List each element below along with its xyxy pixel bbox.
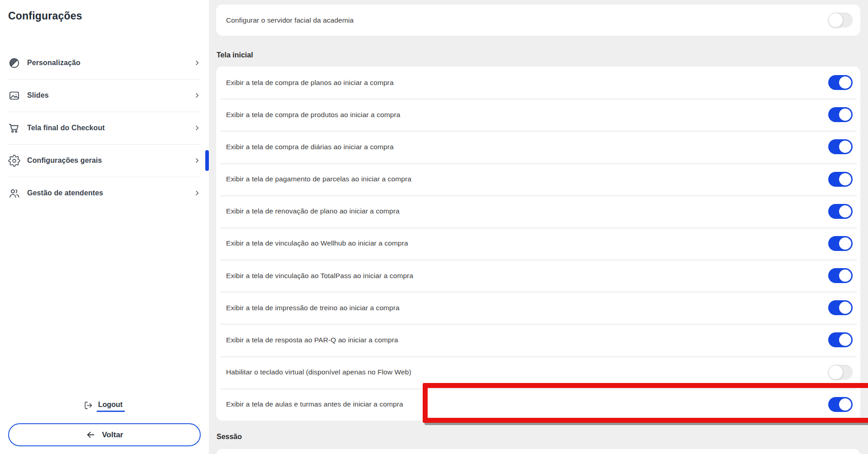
setting-row-exibir-a-tela-de-compra-de-produtos-ao-iniciar-a-compra: Exibir a tela de compra de produtos ao i… [216,99,860,131]
image-icon [8,90,20,102]
setting-label: Exibir a tela de impressão de treino ao … [226,304,828,312]
section-header-tela-inicial: Tela inicial [217,51,253,59]
setting-label: Exibir a tela de renovação de plano ao i… [226,207,828,215]
sidebar-item-label: Slides [27,91,193,99]
setting-label: Exibir a tela de aulas e turmas antes de… [226,400,828,408]
chevron-right-icon [193,124,201,132]
gear-icon [8,155,20,167]
sidebar-item-configuracoes-gerais[interactable]: Configurações gerais [0,144,209,177]
setting-label: Exibir a tela de compra de produtos ao i… [226,111,828,119]
chevron-right-icon [193,189,201,197]
settings-content: Configurar o servidor facial da academia… [209,0,868,454]
setting-label: Exibir a tela de vinculação ao Wellhub a… [226,239,828,247]
sessao-card [216,449,860,454]
tela-inicial-card: Exibir a tela de compra de planos ao ini… [216,66,860,421]
users-icon [8,187,20,199]
setting-row-habilitar-o-teclado-virtual-disponivel-apenas-no-flow-web: Habilitar o teclado virtual (disponível … [216,356,860,388]
settings-sidebar: Configurações PersonalizaçãoSlidesTela f… [0,0,209,454]
sidebar-item-label: Personalização [27,59,193,67]
toggle-facial-server[interactable] [828,13,853,28]
toggle-exibir-a-tela-de-vinculacao-ao-wellhub-ao-iniciar-a-compra[interactable] [828,236,853,251]
setting-row-exibir-a-tela-de-compra-de-planos-ao-iniciar-a-compra: Exibir a tela de compra de planos ao ini… [216,66,860,99]
back-button-label: Voltar [102,430,123,440]
toggle-exibir-a-tela-de-renovacao-de-plano-ao-iniciar-a-compra[interactable] [828,204,853,219]
active-section-indicator [205,150,209,171]
logout-icon [84,401,93,410]
toggle-exibir-a-tela-de-vinculacao-ao-totalpass-ao-iniciar-a-compra[interactable] [828,268,853,283]
sidebar-item-tela-final-do-checkout[interactable]: Tela final do Checkout [0,112,209,144]
toggle-exibir-a-tela-de-impressao-de-treino-ao-iniciar-a-compra[interactable] [828,300,853,315]
setting-label: Exibir a tela de pagamento de parcelas a… [226,175,828,183]
sidebar-item-gestao-de-atendentes[interactable]: Gestão de atendentes [0,177,209,209]
sidebar-item-label: Tela final do Checkout [27,124,193,132]
section-header-sessao: Sessão [217,433,242,441]
setting-label: Exibir a tela de vinculação ao TotalPass… [226,272,828,280]
toggle-habilitar-o-teclado-virtual-disponivel-apenas-no-flow-web[interactable] [828,365,853,380]
setting-row-exibir-a-tela-de-impressao-de-treino-ao-iniciar-a-compra: Exibir a tela de impressão de treino ao … [216,292,860,324]
chevron-right-icon [193,59,201,66]
toggle-exibir-a-tela-de-pagamento-de-parcelas-ao-iniciar-a-compra[interactable] [828,172,853,187]
setting-row-exibir-a-tela-de-vinculacao-ao-wellhub-ao-iniciar-a-compra: Exibir a tela de vinculação ao Wellhub a… [216,227,860,260]
arrow-left-icon [86,430,95,440]
toggle-exibir-a-tela-de-aulas-e-turmas-antes-de-iniciar-a-compra[interactable] [828,397,853,412]
setting-label: Exibir a tela de resposta ao PAR-Q ao in… [226,336,828,344]
chevron-right-icon [193,157,201,164]
toggle-exibir-a-tela-de-compra-de-planos-ao-iniciar-a-compra[interactable] [828,75,853,90]
theme-icon [8,57,20,69]
facial-server-card: Configurar o servidor facial da academia [216,5,860,36]
page-title: Configurações [8,10,82,22]
setting-label: Habilitar o teclado virtual (disponível … [226,368,828,376]
setting-label: Exibir a tela de compra de planos ao ini… [226,79,828,87]
sidebar-item-label: Gestão de atendentes [27,189,193,197]
setting-row-exibir-a-tela-de-pagamento-de-parcelas-ao-iniciar-a-compra: Exibir a tela de pagamento de parcelas a… [216,163,860,195]
toggle-exibir-a-tela-de-resposta-ao-par-q-ao-iniciar-a-compra[interactable] [828,332,853,347]
sidebar-item-personalizacao[interactable]: Personalização [0,47,209,79]
logout-link[interactable]: Logout [0,401,209,412]
sidebar-menu: PersonalizaçãoSlidesTela final do Checko… [0,47,209,209]
chevron-right-icon [193,92,201,99]
logout-label: Logout [97,401,125,412]
setting-label: Exibir a tela de compra de diárias ao in… [226,143,828,151]
toggle-exibir-a-tela-de-compra-de-produtos-ao-iniciar-a-compra[interactable] [828,107,853,122]
setting-row-exibir-a-tela-de-renovacao-de-plano-ao-iniciar-a-compra: Exibir a tela de renovação de plano ao i… [216,195,860,227]
setting-row-exibir-a-tela-de-compra-de-diarias-ao-iniciar-a-compra: Exibir a tela de compra de diárias ao in… [216,131,860,163]
setting-label: Configurar o servidor facial da academia [226,16,828,24]
setting-row-exibir-a-tela-de-aulas-e-turmas-antes-de-iniciar-a-compra: Exibir a tela de aulas e turmas antes de… [216,388,860,421]
sidebar-item-slides[interactable]: Slides [0,79,209,112]
toggle-exibir-a-tela-de-compra-de-diarias-ao-iniciar-a-compra[interactable] [828,139,853,154]
cart-icon [8,122,20,134]
setting-row-facial-server: Configurar o servidor facial da academia [216,5,860,36]
sidebar-item-label: Configurações gerais [27,156,193,165]
setting-row-exibir-a-tela-de-resposta-ao-par-q-ao-iniciar-a-compra: Exibir a tela de resposta ao PAR-Q ao in… [216,324,860,356]
back-button[interactable]: Voltar [8,423,201,446]
setting-row-exibir-a-tela-de-vinculacao-ao-totalpass-ao-iniciar-a-compra: Exibir a tela de vinculação ao TotalPass… [216,260,860,292]
